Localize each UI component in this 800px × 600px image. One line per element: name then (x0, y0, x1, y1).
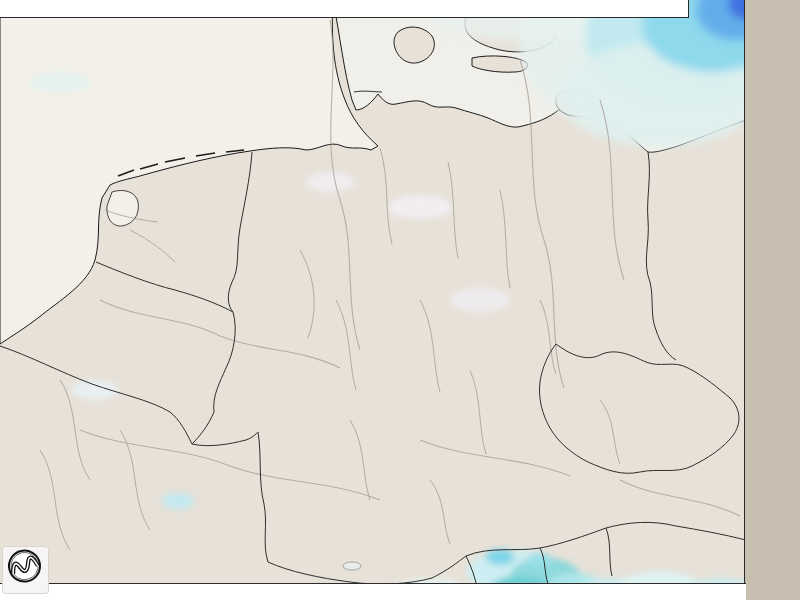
title-bar (0, 0, 689, 18)
metmaps-logo[interactable] (2, 546, 49, 600)
metmaps-window (0, 0, 800, 600)
map-canvas[interactable] (0, 0, 800, 600)
legend-color-bar (745, 0, 800, 600)
attribution-bar (0, 583, 746, 600)
precip-legend (744, 0, 800, 600)
bodensee (343, 562, 361, 570)
